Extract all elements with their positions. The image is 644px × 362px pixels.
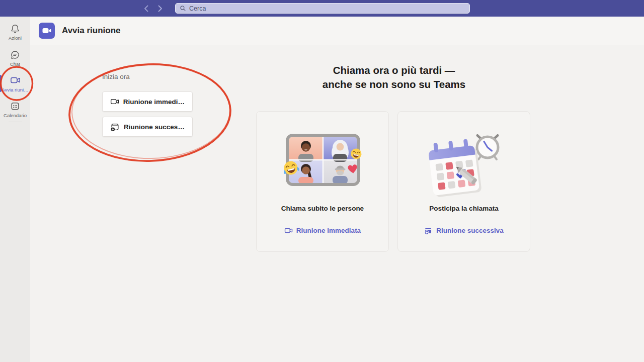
- video-call-illustration: [257, 126, 389, 201]
- page-header: Avvia riunione: [30, 17, 644, 45]
- sidebar-item-azioni[interactable]: Azioni: [0, 24, 30, 41]
- video-camera-icon: [10, 75, 21, 85]
- hero-heading-line1: Chiama ora o più tardi —: [256, 63, 532, 77]
- main-content: Inizia ora Riunione immedi… Riunione suc…: [30, 45, 644, 362]
- meet-now-link[interactable]: Riunione immediata: [257, 226, 388, 235]
- option-cards: Chiama subito le persone Riunione immedi…: [256, 111, 530, 252]
- title-bar: Cerca: [0, 0, 644, 17]
- calendar-add-icon: [424, 226, 433, 235]
- sidebar-item-label: Calendario: [4, 113, 27, 118]
- sidebar-item-calendario[interactable]: Calendario: [0, 101, 30, 118]
- meet-now-button[interactable]: Riunione immedi…: [102, 92, 193, 112]
- hero-heading: Chiama ora o più tardi — anche se non so…: [256, 63, 532, 92]
- link-label: Riunione successiva: [436, 227, 504, 234]
- meet-later-button[interactable]: Riunione succes…: [102, 117, 193, 137]
- start-now-label: Inizia ora: [102, 73, 130, 80]
- page-title: Avvia riunione: [62, 26, 121, 36]
- calendar-illustration: [398, 126, 531, 201]
- calendar-add-icon: [110, 122, 120, 132]
- sidebar-item-label: Avvia riuni…: [2, 87, 28, 93]
- card-title: Chiama subito le persone: [257, 205, 388, 212]
- card-title: Posticipa la chiamata: [398, 205, 530, 212]
- alarm-clock: [477, 136, 498, 160]
- hero-heading-line2: anche se non sono su Teams: [256, 77, 532, 92]
- button-label: Riunione succes…: [124, 123, 185, 131]
- button-label: Riunione immedi…: [123, 98, 185, 106]
- sidebar-item-avvia-riunione[interactable]: Avvia riuni…: [0, 75, 30, 93]
- card-meet-later: Posticipa la chiamata Riunione successiv…: [397, 111, 530, 252]
- sidebar-item-label: Chat: [10, 61, 20, 67]
- meet-later-link[interactable]: Riunione successiva: [398, 226, 530, 235]
- calendar-icon: [10, 101, 20, 111]
- sidebar-item-chat[interactable]: Chat: [0, 50, 30, 67]
- search-placeholder: Cerca: [189, 5, 206, 12]
- calendar-sheet: [427, 138, 481, 198]
- video-camera-icon: [110, 97, 119, 106]
- card-meet-now: Chiama subito le persone Riunione immedi…: [256, 111, 389, 252]
- video-camera-icon: [42, 26, 52, 36]
- link-label: Riunione immediata: [296, 227, 361, 234]
- sidebar-divider: [9, 122, 22, 122]
- forward-button[interactable]: [156, 5, 164, 13]
- sidebar-item-label: Azioni: [9, 35, 22, 41]
- search-icon: [180, 5, 186, 12]
- meet-app-tile: [39, 23, 55, 39]
- back-button[interactable]: [143, 5, 150, 13]
- search-input[interactable]: Cerca: [175, 3, 470, 14]
- chat-icon: [10, 50, 20, 60]
- app-rail: Azioni Chat Avvia riuni… Calendario: [0, 17, 30, 362]
- bell-icon: [10, 24, 20, 34]
- video-camera-icon: [284, 226, 293, 235]
